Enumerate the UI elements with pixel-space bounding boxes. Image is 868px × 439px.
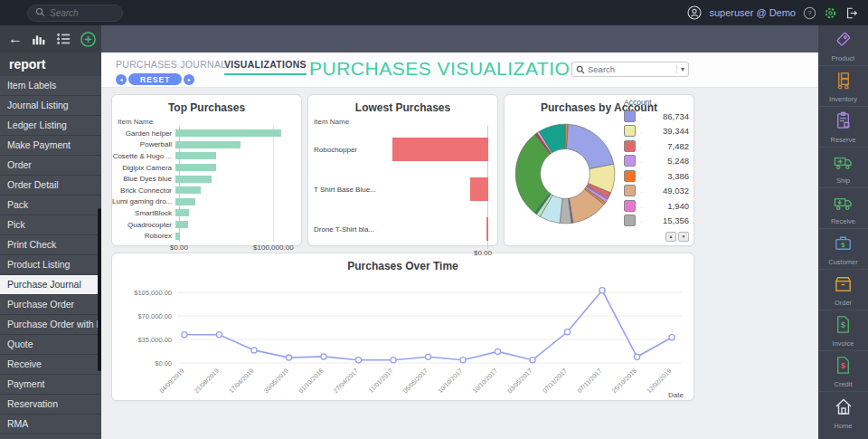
svg-text:07/11/2017: 07/11/2017 [542, 367, 568, 394]
data-point [634, 354, 639, 359]
tab-visualizations[interactable]: VISUALIZATIONS [224, 59, 307, 75]
user-avatar-icon[interactable] [687, 5, 702, 20]
visualization-search-input[interactable] [588, 64, 665, 74]
svg-text:21/08/2019: 21/08/2019 [193, 367, 220, 395]
toolbar-item-ship[interactable]: Ship [818, 148, 868, 188]
sidebar-item[interactable]: Pick [0, 215, 101, 235]
legend-swatch [624, 110, 636, 122]
prev-icon[interactable]: ◂ [116, 74, 127, 85]
toolbar-item-label: Credit [834, 380, 852, 388]
reset-button[interactable]: RESET [128, 73, 182, 85]
add-circle-icon[interactable] [80, 31, 97, 48]
report-list: Item LabelsJournal ListingLedger Listing… [0, 76, 101, 439]
toolbar-item-home[interactable]: Home [818, 392, 868, 433]
sidebar-item[interactable]: Product Listing [0, 255, 101, 275]
svg-text:25/10/2018: 25/10/2018 [610, 367, 637, 395]
bar [175, 176, 212, 183]
toolbar-item-product[interactable]: Product [818, 25, 868, 66]
help-icon[interactable]: ? [803, 6, 816, 20]
back-icon[interactable]: ← [8, 32, 23, 46]
truck-out-icon [833, 151, 854, 176]
bar-row: Quadrocopter [112, 219, 301, 231]
sidebar-item[interactable]: Payment [0, 375, 101, 395]
sidebar-item[interactable]: Sales Journal [0, 434, 101, 439]
list-icon[interactable] [55, 31, 71, 47]
sidebar-item[interactable]: Make Payment [0, 136, 101, 156]
svg-text:$: $ [841, 320, 845, 329]
legend-title: Account [624, 98, 689, 107]
toolbar-item-invoice[interactable]: $Invoice [818, 310, 868, 351]
bar [175, 198, 195, 205]
more-button[interactable]: « more [818, 433, 868, 439]
sidebar-item[interactable]: Item Labels [0, 76, 101, 96]
data-point [391, 358, 396, 363]
bar-row: Brick Connector [112, 185, 301, 196]
settings-gear-icon[interactable] [824, 6, 837, 20]
toolbar-item-order[interactable]: Order [818, 270, 868, 310]
page-title: PURCHASES VISUALIZATIONS [309, 58, 598, 80]
legend-scroll-down-icon[interactable]: ▼ [678, 232, 689, 242]
global-search[interactable] [27, 5, 123, 22]
sidebar-item[interactable]: RMA [0, 415, 101, 434]
sidebar-item[interactable]: Quote [0, 335, 101, 355]
chevron-down-icon[interactable]: ▾ [676, 65, 684, 73]
toolbar-item-label: Home [834, 422, 852, 430]
svg-text:Date: Date [668, 391, 684, 399]
svg-text:30/05/2019: 30/05/2019 [262, 367, 289, 395]
visualization-search[interactable]: ▾ [571, 62, 689, 77]
invoice-icon: $ [833, 314, 854, 339]
sidebar-item[interactable]: Receive [0, 355, 101, 375]
svg-text:04/09/2019: 04/09/2019 [158, 367, 185, 395]
svg-text:$: $ [841, 361, 845, 370]
sidebar-item[interactable]: Order Detail [0, 176, 101, 196]
toolbar-item-credit[interactable]: $Credit [818, 351, 868, 392]
module-toolbar: ProductInventoryReserveShipReceive$Custo… [818, 25, 868, 439]
app-window: superuser @ Demo ? ← [0, 0, 868, 439]
user-menu[interactable]: superuser @ Demo [709, 7, 796, 18]
bar [175, 141, 241, 148]
account-donut-chart [506, 115, 624, 236]
toolbar-item-label: Invoice [833, 339, 854, 348]
legend-row: .3,386 [624, 168, 689, 184]
svg-text:$0.00: $0.00 [155, 359, 172, 367]
legend-label: . [640, 127, 642, 135]
toolbar-item-receive[interactable]: Receive [818, 188, 868, 229]
logout-icon[interactable] [844, 6, 859, 20]
tab-purchases-journal[interactable]: PURCHASES JOURNAL [116, 59, 226, 70]
sidebar-item[interactable]: Pack [0, 196, 101, 215]
toolbar-item-reserve[interactable]: Reserve [818, 107, 868, 148]
svg-text:$: $ [841, 241, 845, 249]
data-point [182, 332, 187, 338]
bar-row: T Shirt Base Blue... [314, 169, 488, 209]
toolbar-item-inventory[interactable]: Inventory [818, 66, 868, 107]
bar-row: SmartBlock [112, 207, 301, 219]
lowest-purchases-chart: RobochopperT Shirt Base Blue...Drone T-S… [314, 129, 488, 249]
toolbar-item-customer[interactable]: $Customer [818, 229, 868, 270]
sidebar-item[interactable]: Reservation [0, 395, 101, 415]
sidebar-title: report [0, 52, 101, 76]
svg-text:11/01/2017: 11/01/2017 [367, 367, 393, 394]
bar-chart-icon[interactable] [31, 31, 47, 47]
legend-row: .49,032 [624, 184, 689, 199]
purchases-by-account-card: Purchases by Account Account .86,734.39,… [504, 94, 694, 246]
legend-scroll-up-icon[interactable]: ▲ [665, 232, 676, 242]
report-sidebar: report Item LabelsJournal ListingLedger … [0, 52, 101, 439]
legend-row: .15,356 [624, 214, 689, 229]
next-icon[interactable]: ▸ [184, 74, 194, 85]
data-point [321, 354, 326, 359]
clipboard-icon [833, 110, 854, 135]
sidebar-item[interactable]: Order [0, 156, 101, 176]
legend-row: .1,940 [624, 198, 689, 214]
sidebar-item[interactable]: Ledger Listing [0, 116, 101, 136]
sidebar-item[interactable]: Print Check [0, 235, 101, 255]
sidebar-item[interactable]: Journal Listing [0, 96, 101, 116]
data-point [425, 354, 430, 359]
bar [486, 217, 488, 241]
sidebar-item[interactable]: Purchase Journal [0, 275, 101, 295]
svg-text:27/04/2017: 27/04/2017 [332, 367, 359, 395]
sidebar-item[interactable]: Purchase Order [0, 295, 101, 315]
sidebar-item[interactable]: Purchase Order with BOM [0, 315, 101, 335]
nav-toolbar: ← [0, 25, 818, 52]
sidebar-scrollbar[interactable] [98, 208, 101, 371]
global-search-input[interactable] [50, 8, 111, 18]
